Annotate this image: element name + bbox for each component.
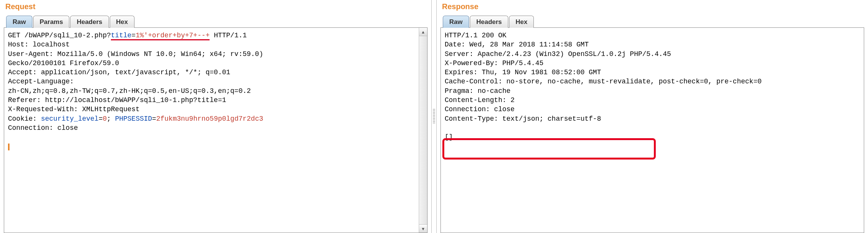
request-raw-editor[interactable]: GET /bWAPP/sqli_10-2.php?title=1%'+order… (4, 28, 419, 233)
tab-headers-response[interactable]: Headers (470, 16, 508, 28)
request-scrollbar[interactable]: ▲ ▼ (419, 28, 427, 233)
response-panel: Response Raw Headers Hex HTTP/1.1 200 OK… (437, 0, 868, 233)
req-param-eq: = (131, 32, 136, 40)
req-cookie-e2: = (152, 115, 156, 123)
resp-headers: HTTP/1.1 200 OK Date: Wed, 28 Mar 2018 1… (445, 32, 762, 123)
req-http-version: HTTP/1.1 (210, 32, 247, 39)
resp-body: [] (445, 133, 453, 141)
request-panel: Request Raw Params Headers Hex GET /bWAP… (0, 0, 431, 233)
split-divider[interactable] (431, 0, 437, 233)
req-path-prefix: /bWAPP/sqli_10-2.php? (24, 32, 111, 39)
req-method: GET (8, 32, 20, 39)
tab-params[interactable]: Params (33, 16, 69, 28)
scroll-down-icon[interactable]: ▼ (419, 224, 427, 233)
tab-hex-response[interactable]: Hex (509, 16, 534, 28)
tab-raw-response[interactable]: Raw (443, 16, 469, 28)
response-content: HTTP/1.1 200 OK Date: Wed, 28 Mar 2018 1… (440, 27, 864, 233)
response-tabs: Raw Headers Hex (440, 16, 864, 28)
req-lines-rest: Host: localhost User-Agent: Mozilla/5.0 … (8, 41, 263, 113)
request-tabs: Raw Params Headers Hex (4, 16, 428, 28)
tab-hex[interactable]: Hex (110, 16, 135, 28)
req-cookie-v2: 2fukm3nu9hrno59p0lgd7r2dc3 (156, 115, 263, 123)
req-param-key: title (111, 32, 131, 40)
scroll-up-icon[interactable]: ▲ (419, 28, 427, 36)
response-title: Response (440, 2, 864, 11)
tab-headers[interactable]: Headers (70, 16, 109, 28)
request-content: GET /bWAPP/sqli_10-2.php?title=1%'+order… (4, 27, 428, 233)
req-param-val: 1%'+order+by+7+--+ (136, 32, 210, 40)
req-line-last: Connection: close (8, 124, 78, 132)
req-cookie-e1: = (99, 115, 103, 123)
tab-raw[interactable]: Raw (6, 16, 32, 28)
request-title: Request (4, 2, 428, 11)
req-cookie-k1: security_level (41, 115, 98, 123)
req-cookie-prefix: Cookie: (8, 115, 41, 123)
req-cookie-k2: PHPSESSID (115, 115, 152, 123)
req-cookie-v1: 0 (102, 115, 107, 123)
req-cookie-sep: ; (107, 115, 115, 123)
response-raw-viewer[interactable]: HTTP/1.1 200 OK Date: Wed, 28 Mar 2018 1… (441, 28, 864, 233)
text-cursor (8, 144, 10, 150)
